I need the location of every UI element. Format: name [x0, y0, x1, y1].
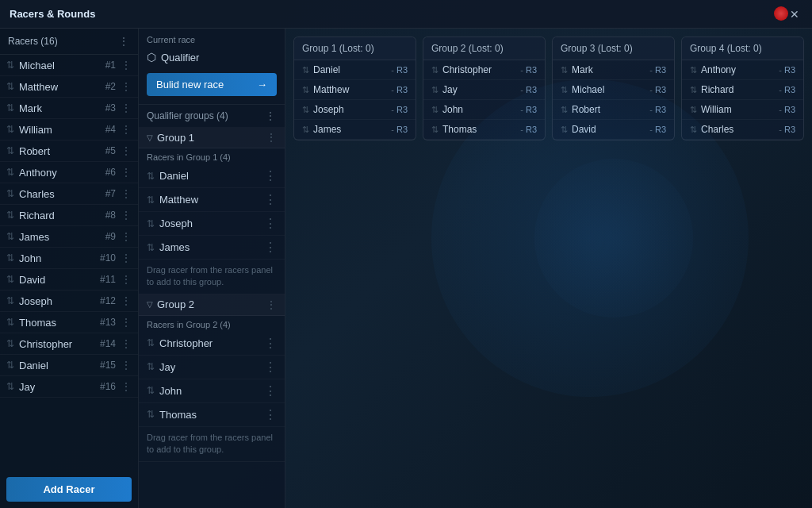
group-racer-item[interactable]: ⇅ Jay ⋮ [139, 356, 285, 379]
racer-item[interactable]: ⇅ David #11 ⋮ [0, 269, 138, 291]
race-card-round: R3 [655, 105, 666, 114]
racer-more-icon[interactable]: ⋮ [121, 59, 132, 71]
race-card-racer-row: ⇅ William - R3 [682, 100, 803, 120]
group-racer-more-icon[interactable]: ⋮ [264, 336, 277, 351]
racer-more-icon[interactable]: ⋮ [121, 123, 132, 136]
group-racer-name: Thomas [159, 409, 264, 421]
racer-more-icon[interactable]: ⋮ [121, 166, 132, 179]
group-racer-name: John [159, 385, 264, 397]
close-button[interactable]: ✕ [787, 6, 802, 22]
group-racer-item[interactable]: ⇅ Thomas ⋮ [139, 403, 285, 427]
race-card-racer-name: Daniel [313, 64, 391, 75]
racer-number: #13 [100, 317, 116, 328]
title-bar: Racers & Rounds ✕ [0, 0, 812, 29]
racer-more-icon[interactable]: ⋮ [121, 337, 132, 350]
racer-item[interactable]: ⇅ Thomas #13 ⋮ [0, 312, 138, 333]
racer-item[interactable]: ⇅ Daniel #15 ⋮ [0, 355, 138, 376]
racer-item[interactable]: ⇅ John #10 ⋮ [0, 248, 138, 269]
current-race-label: Current race [139, 29, 285, 48]
racer-drag-icon: ⇅ [6, 81, 14, 92]
add-racer-button[interactable]: Add Racer [6, 477, 132, 502]
group-racer-item[interactable]: ⇅ Matthew ⋮ [139, 188, 285, 212]
racer-more-icon[interactable]: ⋮ [121, 144, 132, 157]
race-card-round: R3 [784, 85, 795, 94]
group-racer-more-icon[interactable]: ⋮ [264, 240, 277, 255]
racer-item[interactable]: ⇅ James #9 ⋮ [0, 226, 138, 248]
racer-item[interactable]: ⇅ Robert #5 ⋮ [0, 140, 138, 162]
group-more-icon[interactable]: ⋮ [266, 131, 277, 144]
racer-more-icon[interactable]: ⋮ [121, 80, 132, 93]
race-card-drag-icon: ⇅ [690, 65, 697, 75]
racer-name: Robert [19, 145, 105, 157]
group-racer-drag-icon: ⇅ [147, 385, 155, 396]
group-racer-more-icon[interactable]: ⋮ [264, 192, 277, 207]
racer-name: Mark [19, 102, 105, 114]
group-racer-item[interactable]: ⇅ James ⋮ [139, 236, 285, 260]
racer-more-icon[interactable]: ⋮ [121, 316, 132, 329]
group-racer-more-icon[interactable]: ⋮ [264, 383, 277, 398]
racer-item[interactable]: ⇅ Joseph #12 ⋮ [0, 291, 138, 312]
group-header-row[interactable]: ▽ Group 2 ⋮ [139, 294, 285, 316]
racer-number: #15 [100, 360, 116, 371]
racer-item[interactable]: ⇅ Richard #8 ⋮ [0, 205, 138, 226]
racer-item[interactable]: ⇅ Charles #7 ⋮ [0, 183, 138, 205]
group-racer-name: James [159, 241, 264, 253]
race-card-racer-row: ⇅ Matthew - R3 [294, 80, 416, 100]
race-card-dash: - [779, 85, 782, 94]
racer-more-icon[interactable]: ⋮ [121, 102, 132, 114]
racer-item[interactable]: ⇅ William #4 ⋮ [0, 119, 138, 140]
group-racer-more-icon[interactable]: ⋮ [264, 360, 277, 375]
group-name: Group 2 [157, 298, 266, 310]
race-card-round: R3 [526, 125, 537, 134]
racer-more-icon[interactable]: ⋮ [121, 230, 132, 243]
racer-item[interactable]: ⇅ Matthew #2 ⋮ [0, 76, 138, 98]
racer-number: #5 [105, 145, 116, 156]
race-card-round: R3 [526, 85, 537, 94]
groups-menu-icon[interactable]: ⋮ [265, 110, 277, 122]
racer-number: #1 [105, 60, 116, 71]
racer-more-icon[interactable]: ⋮ [121, 209, 132, 221]
race-card-racer-name: David [572, 124, 649, 135]
racer-item[interactable]: ⇅ Anthony #6 ⋮ [0, 162, 138, 183]
racer-item[interactable]: ⇅ Jay #16 ⋮ [0, 376, 138, 398]
race-card-racer-name: Michael [572, 84, 649, 95]
group-racer-more-icon[interactable]: ⋮ [264, 168, 277, 183]
racer-item[interactable]: ⇅ Michael #1 ⋮ [0, 55, 138, 76]
group-more-icon[interactable]: ⋮ [266, 298, 277, 311]
group-racer-name: Matthew [159, 194, 264, 206]
racer-name: Michael [19, 60, 105, 71]
racer-more-icon[interactable]: ⋮ [121, 187, 132, 200]
group-racer-more-icon[interactable]: ⋮ [264, 407, 277, 422]
race-card-dash: - [391, 105, 394, 114]
race-card-drag-icon: ⇅ [690, 125, 697, 135]
race-card-racer-row: ⇅ John - R3 [423, 100, 545, 120]
group-racer-item[interactable]: ⇅ Daniel ⋮ [139, 164, 285, 188]
racer-more-icon[interactable]: ⋮ [121, 380, 132, 393]
race-card-racer-name: Charles [701, 124, 779, 135]
racers-menu-icon[interactable]: ⋮ [118, 35, 130, 48]
group-racer-item[interactable]: ⇅ Joseph ⋮ [139, 212, 285, 236]
group-racer-item[interactable]: ⇅ Christopher ⋮ [139, 332, 285, 356]
racer-more-icon[interactable]: ⋮ [121, 252, 132, 264]
race-card-drag-icon: ⇅ [561, 65, 568, 75]
race-card-round: R3 [655, 85, 666, 94]
group-racer-drag-icon: ⇅ [147, 171, 155, 182]
build-race-button[interactable]: Bulid new race → [147, 73, 277, 96]
racer-name: Christopher [19, 338, 100, 350]
race-area: Group 1 (Lost: 0) ⇅ Daniel - R3 ⇅ Matthe… [285, 29, 812, 508]
race-card-header: Group 3 (Lost: 0) [553, 37, 674, 60]
group-racer-more-icon[interactable]: ⋮ [264, 216, 277, 231]
group-header-row[interactable]: ▽ Group 1 ⋮ [139, 127, 285, 148]
race-card-dash: - [649, 105, 653, 114]
racer-more-icon[interactable]: ⋮ [121, 294, 132, 307]
race-card-racer-row: ⇅ Robert - R3 [553, 100, 674, 120]
group-racer-item[interactable]: ⇅ John ⋮ [139, 379, 285, 403]
racer-drag-icon: ⇅ [6, 167, 14, 178]
racer-item[interactable]: ⇅ Mark #3 ⋮ [0, 98, 138, 119]
drag-hint: Drag racer from the racers panel to add … [139, 427, 285, 462]
racer-drag-icon: ⇅ [6, 252, 14, 264]
racer-more-icon[interactable]: ⋮ [121, 273, 132, 286]
racer-more-icon[interactable]: ⋮ [121, 359, 132, 371]
racers-list: ⇅ Michael #1 ⋮ ⇅ Matthew #2 ⋮ ⇅ Mark #3 … [0, 55, 138, 471]
racer-item[interactable]: ⇅ Christopher #14 ⋮ [0, 333, 138, 355]
